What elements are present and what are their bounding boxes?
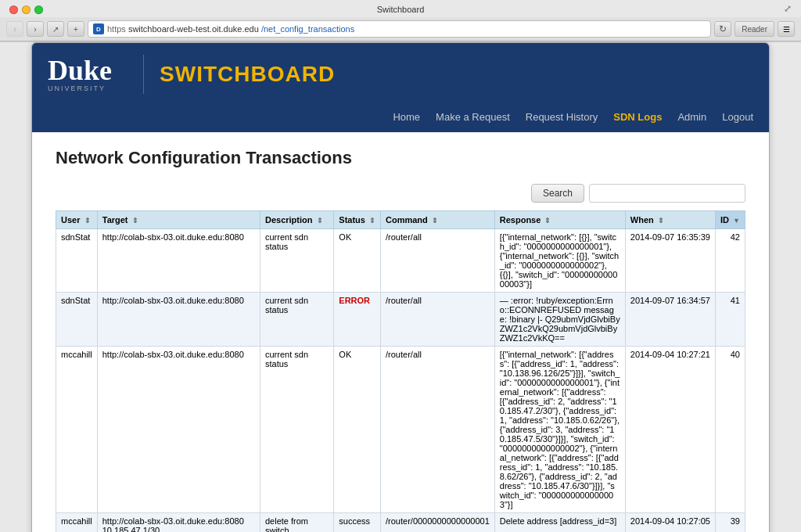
col-description[interactable]: Description ⇕ bbox=[260, 211, 333, 229]
id-cell: 40 bbox=[716, 347, 745, 513]
when-cell: 2014-09-07 16:34:57 bbox=[625, 293, 715, 347]
col-id[interactable]: ID ▼ bbox=[716, 211, 745, 229]
table-row: sdnStathttp://colab-sbx-03.oit.duke.edu:… bbox=[56, 293, 745, 347]
col-command[interactable]: Command ⇕ bbox=[381, 211, 495, 229]
command-cell: /router/all bbox=[381, 229, 495, 293]
browser-chrome: Switchboard ⤢ ‹ › ↗ + D https switchboar… bbox=[0, 0, 801, 42]
user-cell: sdnStat bbox=[56, 229, 98, 293]
when-cell: 2014-09-04 10:27:05 bbox=[625, 513, 715, 533]
table-row: mccahillhttp://colab-sbx-03.oit.duke.edu… bbox=[56, 513, 745, 533]
description-cell: current sdn status bbox=[260, 293, 333, 347]
command-cell: /router/all bbox=[381, 293, 495, 347]
back-button[interactable]: ‹ bbox=[6, 21, 23, 37]
path-text: /net_config_transactions bbox=[261, 24, 354, 34]
response-sort-icon: ⇕ bbox=[544, 217, 551, 225]
window-controls[interactable] bbox=[9, 5, 43, 14]
nav-home[interactable]: Home bbox=[393, 111, 420, 132]
status-cell: success bbox=[334, 513, 381, 533]
share-button[interactable]: ↗ bbox=[47, 21, 64, 37]
status-sort-icon: ⇕ bbox=[369, 217, 375, 225]
command-sort-icon: ⇕ bbox=[432, 217, 438, 225]
transactions-table: User ⇕ Target ⇕ Description ⇕ Status ⇕ C… bbox=[56, 210, 745, 532]
duke-university-label: UNIVERSITY bbox=[48, 84, 112, 92]
header-top: Duke UNIVERSITY SWITCHBOARD bbox=[48, 55, 753, 102]
description-cell: current sdn status bbox=[260, 229, 333, 293]
address-bar[interactable]: D https switchboard-web-test.oit.duke.ed… bbox=[88, 20, 711, 38]
site-header: Duke UNIVERSITY SWITCHBOARD Home Make a … bbox=[32, 43, 769, 132]
user-cell: mccahill bbox=[56, 513, 98, 533]
id-sort-icon: ▼ bbox=[733, 217, 740, 225]
duke-logo: Duke UNIVERSITY bbox=[48, 56, 112, 92]
id-cell: 41 bbox=[716, 293, 745, 347]
resize-icon[interactable]: ⤢ bbox=[784, 3, 792, 14]
status-cell: OK bbox=[334, 229, 381, 293]
browser-toolbar: ‹ › ↗ + D https switchboard-web-test.oit… bbox=[0, 17, 801, 41]
header-divider bbox=[143, 55, 144, 94]
refresh-button[interactable]: ↻ bbox=[714, 21, 731, 37]
col-when[interactable]: When ⇕ bbox=[625, 211, 715, 229]
col-response[interactable]: Response ⇕ bbox=[494, 211, 625, 229]
target-sort-icon: ⇕ bbox=[132, 217, 138, 225]
main-content: Network Configuration Transactions Searc… bbox=[32, 132, 769, 532]
when-sort-icon: ⇕ bbox=[658, 217, 664, 225]
user-cell: mccahill bbox=[56, 347, 98, 513]
favicon-icon: D bbox=[93, 23, 104, 34]
table-row: sdnStathttp://colab-sbx-03.oit.duke.edu:… bbox=[56, 229, 745, 293]
domain-text: switchboard-web-test.oit.duke.edu bbox=[128, 24, 259, 34]
nav-logout[interactable]: Logout bbox=[722, 111, 753, 132]
status-cell: ERROR bbox=[334, 293, 381, 347]
minimize-window-button[interactable] bbox=[22, 5, 31, 14]
when-cell: 2014-09-07 16:35:39 bbox=[625, 229, 715, 293]
command-cell: /router/0000000000000001 bbox=[381, 513, 495, 533]
search-bar: Search bbox=[56, 184, 745, 203]
description-cell: current sdn status bbox=[260, 347, 333, 513]
command-cell: /router/all bbox=[381, 347, 495, 513]
main-browser-content: Duke UNIVERSITY SWITCHBOARD Home Make a … bbox=[31, 42, 770, 532]
desc-sort-icon: ⇕ bbox=[317, 217, 323, 225]
address-text: https switchboard-web-test.oit.duke.edu … bbox=[107, 24, 354, 34]
when-cell: 2014-09-04 10:27:21 bbox=[625, 347, 715, 513]
user-sort-icon: ⇕ bbox=[84, 217, 91, 225]
site-nav: Home Make a Request Request History SDN … bbox=[48, 102, 753, 132]
site-title: SWITCHBOARD bbox=[160, 62, 335, 87]
col-user[interactable]: User ⇕ bbox=[56, 211, 98, 229]
response-cell: [{"internal_network": [{}], "switch_id":… bbox=[494, 229, 625, 293]
extensions-button[interactable]: ☰ bbox=[778, 21, 795, 37]
target-cell: http://colab-sbx-03.oit.duke.edu:8080 bbox=[97, 347, 260, 513]
response-cell: [{"internal_network": [{"address": [{"ad… bbox=[494, 347, 625, 513]
nav-admin[interactable]: Admin bbox=[677, 111, 706, 132]
maximize-window-button[interactable] bbox=[34, 5, 43, 14]
nav-sdn-logs[interactable]: SDN Logs bbox=[613, 111, 662, 132]
response-cell: Delete address [address_id=3] bbox=[494, 513, 625, 533]
duke-name: Duke bbox=[48, 56, 112, 84]
user-cell: sdnStat bbox=[56, 293, 98, 347]
target-cell: http://colab-sbx-03.oit.duke.edu:8080 bbox=[97, 229, 260, 293]
col-target[interactable]: Target ⇕ bbox=[97, 211, 260, 229]
target-cell: http://colab-sbx-03.oit.duke.edu:8080 10… bbox=[97, 513, 260, 533]
status-cell: OK bbox=[334, 347, 381, 513]
browser-window: Switchboard ⤢ ‹ › ↗ + D https switchboar… bbox=[0, 0, 801, 532]
reader-button[interactable]: Reader bbox=[735, 21, 774, 37]
table-header-row: User ⇕ Target ⇕ Description ⇕ Status ⇕ C… bbox=[56, 211, 745, 229]
browser-title: Switchboard bbox=[377, 5, 425, 14]
close-window-button[interactable] bbox=[9, 5, 18, 14]
table-row: mccahillhttp://colab-sbx-03.oit.duke.edu… bbox=[56, 347, 745, 513]
col-status[interactable]: Status ⇕ bbox=[334, 211, 381, 229]
nav-make-request[interactable]: Make a Request bbox=[436, 111, 510, 132]
protocol-text: https bbox=[107, 24, 126, 34]
response-cell: — :error: !ruby/exception:Errno::ECONNRE… bbox=[494, 293, 625, 347]
forward-button[interactable]: › bbox=[27, 21, 44, 37]
description-cell: delete from switch bbox=[260, 513, 333, 533]
id-cell: 39 bbox=[716, 513, 745, 533]
search-input[interactable] bbox=[589, 184, 745, 203]
search-button[interactable]: Search bbox=[531, 184, 584, 203]
page-title: Network Configuration Transactions bbox=[56, 148, 745, 168]
target-cell: http://colab-sbx-03.oit.duke.edu:8080 bbox=[97, 293, 260, 347]
id-cell: 42 bbox=[716, 229, 745, 293]
duke-wordmark: Duke UNIVERSITY bbox=[48, 56, 112, 92]
new-tab-button[interactable]: + bbox=[67, 21, 84, 37]
nav-request-history[interactable]: Request History bbox=[526, 111, 598, 132]
